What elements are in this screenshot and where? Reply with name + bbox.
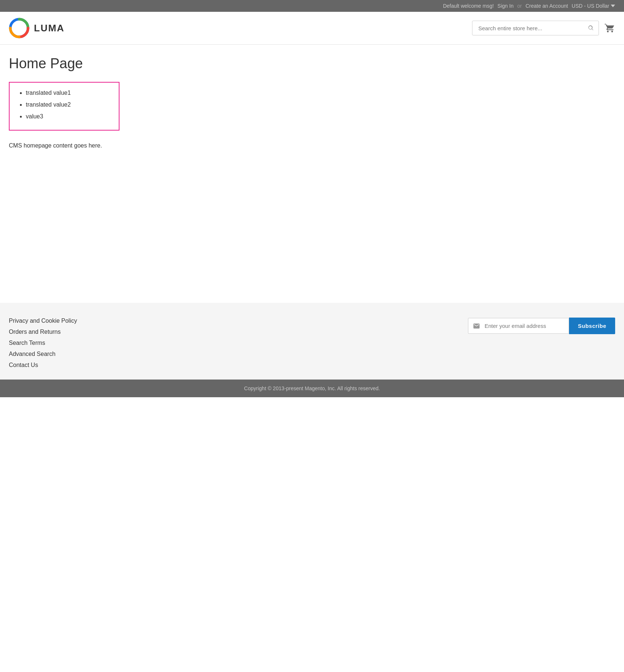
search-box: [472, 21, 599, 35]
footer-inner: Privacy and Cookie Policy Orders and Ret…: [9, 318, 615, 368]
newsletter-area: Subscribe: [468, 318, 615, 334]
cms-content: CMS homepage content goes here.: [9, 142, 615, 149]
chevron-down-icon: [611, 4, 615, 8]
contact-us-link[interactable]: Contact Us: [9, 362, 77, 368]
list-item: value3: [26, 112, 111, 121]
footer-nav: Privacy and Cookie Policy Orders and Ret…: [9, 318, 77, 368]
currency-selector[interactable]: USD - US Dollar: [572, 3, 615, 9]
search-input[interactable]: [472, 21, 583, 35]
search-button[interactable]: [583, 21, 599, 35]
top-bar: Default welcome msg! Sign In or Create a…: [0, 0, 624, 12]
copyright-text: Copyright © 2013-present Magento, Inc. A…: [244, 385, 380, 391]
welcome-message: Default welcome msg!: [443, 3, 494, 9]
main-content: Home Page translated value1 translated v…: [0, 45, 624, 303]
page-title: Home Page: [9, 56, 615, 72]
list-item: translated value1: [26, 89, 111, 97]
or-separator: or: [517, 3, 521, 9]
header-actions: [472, 21, 615, 35]
privacy-policy-link[interactable]: Privacy and Cookie Policy: [9, 318, 77, 324]
newsletter-input-wrap: [468, 318, 569, 334]
svg-point-1: [15, 24, 23, 32]
search-terms-link[interactable]: Search Terms: [9, 340, 77, 346]
site-footer: Privacy and Cookie Policy Orders and Ret…: [0, 303, 624, 380]
logo-link[interactable]: LUMA: [9, 18, 65, 38]
site-header: LUMA: [0, 12, 624, 45]
search-icon: [587, 25, 594, 31]
create-account-link[interactable]: Create an Account: [526, 3, 568, 9]
signin-link[interactable]: Sign In: [498, 3, 514, 9]
cart-icon: [605, 23, 615, 33]
currency-label: USD - US Dollar: [572, 3, 609, 9]
orders-returns-link[interactable]: Orders and Returns: [9, 329, 77, 335]
list-item: translated value2: [26, 100, 111, 109]
luma-logo-icon: [9, 18, 30, 38]
advanced-search-link[interactable]: Advanced Search: [9, 351, 77, 357]
bottom-bar: Copyright © 2013-present Magento, Inc. A…: [0, 380, 624, 397]
logo-text: LUMA: [34, 22, 65, 34]
translated-list: translated value1 translated value2 valu…: [17, 89, 111, 121]
cart-button[interactable]: [605, 23, 615, 33]
subscribe-button[interactable]: Subscribe: [569, 318, 615, 334]
highlight-box: translated value1 translated value2 valu…: [9, 82, 119, 131]
email-icon: [473, 322, 480, 330]
newsletter-email-input[interactable]: [483, 318, 564, 333]
